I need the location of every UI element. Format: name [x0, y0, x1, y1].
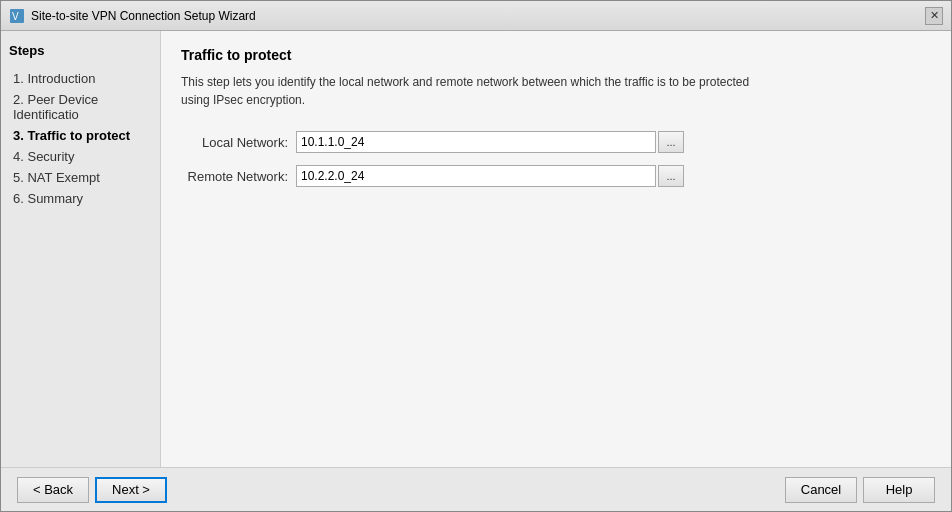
sidebar-item-traffic[interactable]: 3. Traffic to protect	[9, 125, 152, 146]
remote-network-label: Remote Network:	[181, 169, 296, 184]
sidebar-item-label: NAT Exempt	[27, 170, 99, 185]
sidebar-item-number: 4.	[13, 149, 24, 164]
title-bar: V Site-to-site VPN Connection Setup Wiza…	[1, 1, 951, 31]
footer-left-buttons: < Back Next >	[17, 477, 167, 503]
wizard-window: V Site-to-site VPN Connection Setup Wiza…	[0, 0, 952, 512]
title-bar-left: V Site-to-site VPN Connection Setup Wiza…	[9, 8, 256, 24]
sidebar-item-label: Traffic to protect	[27, 128, 130, 143]
local-network-row: Local Network: ...	[181, 131, 931, 153]
sidebar-item-label: Peer Device Identificatio	[13, 92, 98, 122]
sidebar-item-label: Summary	[27, 191, 83, 206]
content-area: Steps 1. Introduction 2. Peer Device Ide…	[1, 31, 951, 467]
sidebar-item-number: 2.	[13, 92, 24, 107]
footer-right-buttons: Cancel Help	[785, 477, 935, 503]
sidebar-item-number: 6.	[13, 191, 24, 206]
sidebar-item-label: Security	[27, 149, 74, 164]
sidebar-item-security[interactable]: 4. Security	[9, 146, 152, 167]
sidebar-item-nat[interactable]: 5. NAT Exempt	[9, 167, 152, 188]
sidebar: Steps 1. Introduction 2. Peer Device Ide…	[1, 31, 161, 467]
back-button[interactable]: < Back	[17, 477, 89, 503]
cancel-button[interactable]: Cancel	[785, 477, 857, 503]
remote-network-input[interactable]	[296, 165, 656, 187]
next-button[interactable]: Next >	[95, 477, 167, 503]
sidebar-title: Steps	[9, 43, 152, 58]
remote-network-input-group: ...	[296, 165, 684, 187]
window-icon: V	[9, 8, 25, 24]
sidebar-item-summary[interactable]: 6. Summary	[9, 188, 152, 209]
sidebar-item-number: 3.	[13, 128, 24, 143]
sidebar-item-introduction[interactable]: 1. Introduction	[9, 68, 152, 89]
remote-network-browse-button[interactable]: ...	[658, 165, 684, 187]
close-button[interactable]: ✕	[925, 7, 943, 25]
sidebar-item-number: 5.	[13, 170, 24, 185]
help-button[interactable]: Help	[863, 477, 935, 503]
local-network-input[interactable]	[296, 131, 656, 153]
local-network-input-group: ...	[296, 131, 684, 153]
svg-text:V: V	[12, 11, 19, 22]
sidebar-item-peer[interactable]: 2. Peer Device Identificatio	[9, 89, 152, 125]
remote-network-row: Remote Network: ...	[181, 165, 931, 187]
main-panel: Traffic to protect This step lets you id…	[161, 31, 951, 467]
sidebar-item-label: Introduction	[27, 71, 95, 86]
window-title: Site-to-site VPN Connection Setup Wizard	[31, 9, 256, 23]
sidebar-item-number: 1.	[13, 71, 24, 86]
panel-title: Traffic to protect	[181, 47, 931, 63]
panel-description: This step lets you identify the local ne…	[181, 73, 781, 109]
local-network-browse-button[interactable]: ...	[658, 131, 684, 153]
footer: < Back Next > Cancel Help	[1, 467, 951, 511]
local-network-label: Local Network:	[181, 135, 296, 150]
